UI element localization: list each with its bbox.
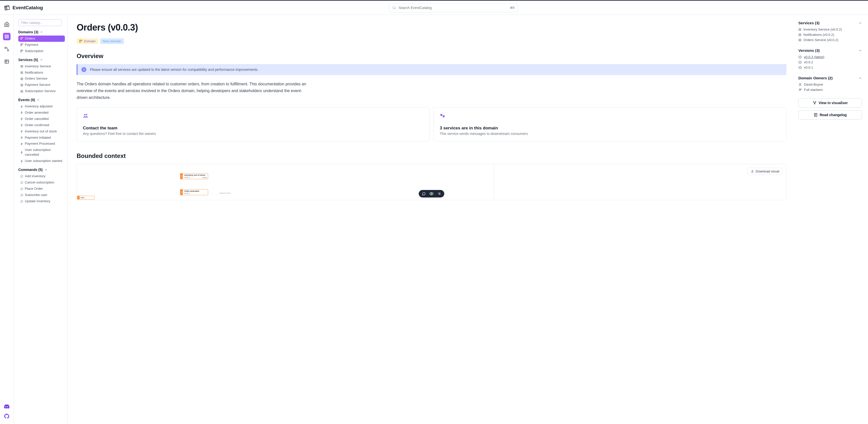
svg-rect-9 [22,44,23,45]
overview-text: The Orders domain handles all operations… [76,80,312,101]
svg-point-1 [393,6,395,8]
icon-sidebar [0,15,14,424]
chevron-up-icon [40,30,43,34]
sidebar-section-head[interactable]: Domains (3) [18,30,65,34]
svg-rect-30 [443,116,444,117]
sidebar-item-command[interactable]: Subscribe user [18,192,65,198]
svg-rect-32 [799,29,801,29]
right-panel: Services (3)Inventory Service (v0.0.2)No… [795,15,868,424]
changelog-btn-icon [814,113,818,117]
search-input[interactable] [399,6,507,10]
rp-item-owner[interactable]: David Boyne [798,83,862,86]
topbar: EventCatalog ⌘K [0,1,868,15]
sidebar-item-service[interactable]: Notifications [18,70,65,76]
rp-item-label: v0.0.2 [804,60,813,64]
rp-item-version[interactable]: v0.0.3 (latest) [798,55,862,59]
sidebar-item-domain[interactable]: Subscription [18,48,65,54]
download-icon [750,169,754,173]
rp-section-head[interactable]: Domain Owners (2) [798,76,862,80]
github-icon[interactable] [4,413,10,420]
svg-rect-23 [21,92,23,92]
toolbar-eye-icon[interactable] [429,192,434,196]
diagram-node[interactable]: Order amendedv0.0.1 [180,189,208,195]
sidebar-item-label: Payment Service [25,83,50,87]
rp-item-label: v0.0.1 [804,66,813,69]
sidebar-item-command[interactable]: Update inventory [18,198,65,204]
sidebar-item-event[interactable]: User subscription started [18,158,65,164]
read-changelog-button[interactable]: Read changelog [798,110,862,120]
sidebar-item-service[interactable]: Inventory Service [18,63,65,70]
view-visualiser-button[interactable]: View in visualiser [798,98,862,108]
sidebar-item-event[interactable]: Order amended [18,110,65,116]
discord-icon[interactable] [4,403,10,410]
page-title: Orders (v0.0.3) [76,22,786,33]
rp-section-head[interactable]: Versions (3) [798,48,862,53]
sidebar-item-domain[interactable]: Orders [18,36,65,42]
rp-item-service[interactable]: Orders Service (v0.0.2) [798,38,862,42]
sidebar-item-command[interactable]: Add inventory [18,173,65,180]
info-banner: i Please ensure all services are updated… [76,64,786,75]
services-card-sub: This service sends messages to downstrea… [440,132,780,136]
filter-input[interactable] [18,19,62,26]
svg-rect-5 [21,37,22,38]
new-domain-tag: New domain [100,38,124,44]
rp-item-label: Notifications (v0.0.2) [803,33,834,37]
nav-table[interactable] [3,58,10,65]
sidebar-item-event[interactable]: Order cancelled [18,116,65,122]
svg-rect-14 [21,65,23,66]
sidebar-item-label: Cancel subscription [25,180,54,185]
sidebar-item-service[interactable]: Orders Service [18,75,65,82]
sidebar-item-event[interactable]: Inventory adjusted [18,103,65,110]
services-card[interactable]: 3 services are in this domain This servi… [434,107,786,141]
svg-rect-33 [799,30,801,31]
sidebar-item-event[interactable]: Payment Initiated [18,135,65,141]
brand[interactable]: EventCatalog [4,5,43,11]
svg-rect-10 [21,45,22,46]
rp-section-head[interactable]: Services (3) [798,21,862,25]
nav-visualiser[interactable] [3,45,10,53]
svg-rect-36 [799,39,801,40]
diagram-node[interactable]: Inventory out of stockv0.0.4Event [180,173,208,179]
svg-rect-13 [21,51,22,52]
rp-item-version[interactable]: v0.0.1 [798,66,862,69]
rp-item-service[interactable]: Notifications (v0.0.2) [798,33,862,37]
svg-rect-12 [22,50,23,51]
sidebar-item-event[interactable]: User subscription cancelled [18,147,65,158]
nav-catalog[interactable] [3,33,10,40]
sidebar-section-head[interactable]: Services (5) [18,58,65,62]
rp-item-version[interactable]: v0.0.2 [798,60,862,64]
sidebar-item-label: Subscribe user [25,193,47,197]
sidebar-item-event[interactable]: Order confirmed [18,122,65,128]
contact-card-sub: Any questions? Feel free to contact the … [83,132,423,136]
rp-item-service[interactable]: Inventory Service (v0.0.2) [798,28,862,31]
sidebar-item-service[interactable]: Subscription Service [18,88,65,94]
nav-home[interactable] [3,20,10,28]
contact-card[interactable]: Contact the team Any questions? Feel fre… [76,107,430,141]
diagram-node-partial: sted [77,196,95,199]
sidebar-item-command[interactable]: Cancel subscription [18,180,65,186]
rp-item-owner[interactable]: Full stackers [798,88,862,92]
sidebar-section-head[interactable]: Commands (5) [18,168,65,172]
download-visual-button[interactable]: Download visual [747,168,783,175]
sidebar-item-label: Update inventory [25,199,50,204]
svg-rect-8 [21,44,22,45]
info-icon: i [82,67,86,72]
sidebar-item-command[interactable]: Place Order [18,186,65,192]
svg-point-28 [86,114,87,116]
sidebar-section-head[interactable]: Events (9) [18,98,65,102]
sidebar-item-event[interactable]: Inventory out of stock [18,128,65,135]
svg-rect-11 [21,50,22,51]
chevron-up-icon [39,58,43,62]
toolbar-comment-icon[interactable] [422,192,426,196]
svg-point-31 [431,193,432,194]
sidebar-item-service[interactable]: Payment Service [18,82,65,88]
svg-rect-15 [21,67,23,67]
svg-rect-26 [80,41,81,42]
search-box[interactable]: ⌘K [389,3,518,12]
diagram[interactable]: Download visual Inventory out of stockv0… [76,164,786,200]
sidebar-item-domain[interactable]: Payment [18,42,65,48]
toolbar-menu-icon[interactable] [437,192,441,196]
overview-heading: Overview [76,53,786,60]
sidebar-item-event[interactable]: Payment Processed [18,141,65,147]
chevron-up-icon [44,168,48,171]
